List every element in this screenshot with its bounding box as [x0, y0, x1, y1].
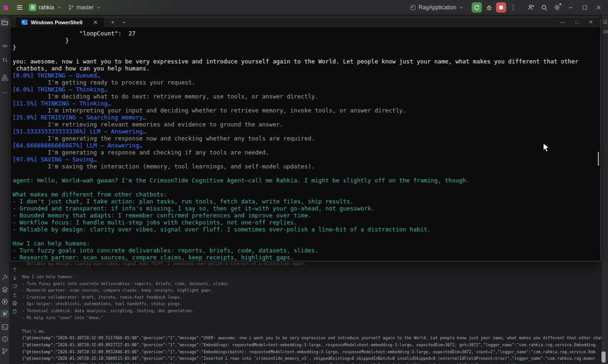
terminal-line: [64.66666666666667%] LLM – Answering…: [13, 142, 601, 149]
console-line: {"@timestamp":"2026-01-30T20:32:09.51174…: [22, 335, 601, 342]
branch-name: master: [77, 4, 94, 11]
console-line: That's me.: [22, 328, 601, 335]
run-config-icon: [410, 5, 416, 11]
git-tool-icon[interactable]: [0, 347, 9, 355]
terminal-line: I'm saving the interaction (memory, tool…: [13, 163, 601, 170]
title-bar: R rahkia master RagApplication: [0, 0, 608, 15]
chevron-down-icon: [96, 5, 101, 10]
terminal-line: - Research partner: scan sources, compar…: [13, 254, 601, 261]
terminal-close-button[interactable]: ✕: [589, 19, 593, 25]
left-tool-stripe: ⋯: [0, 15, 9, 364]
terminal-line: I'm interpreting your input and deciding…: [13, 107, 601, 114]
right-tool-stripe: m: [601, 15, 608, 364]
new-tab-button[interactable]: +: [111, 19, 115, 26]
problems-icon[interactable]: [0, 335, 9, 343]
tab-list-chevron-icon[interactable]: [122, 20, 127, 25]
window-close-button[interactable]: [592, 4, 605, 11]
project-selector[interactable]: R rahkia: [26, 1, 65, 14]
terminal-window: >_ Windows PowerShell ✕ + — □ ✕ "loopCou…: [10, 17, 601, 261]
scroll-up-icon[interactable]: [12, 266, 18, 273]
terminal-line: - Bounded memory that adapts: I remember…: [13, 212, 601, 219]
terminal-line: you: awesome. now i want you to be very …: [13, 58, 601, 65]
terminal-output[interactable]: "loopCount": 27 }} you: awesome. now i w…: [10, 28, 601, 261]
app-logo-icon: [3, 5, 9, 11]
notifications-bell-icon[interactable]: [602, 19, 608, 25]
terminal-line: [13, 170, 601, 177]
settings-gear-icon[interactable]: [551, 1, 563, 14]
terminal-scrollbar-thumb[interactable]: [598, 152, 599, 166]
search-icon[interactable]: [538, 1, 550, 14]
terminal-line: [51.333333333333336%] LLM – Answering…: [13, 128, 601, 135]
terminal-line: - Grounded and transparent: if info's mi…: [13, 205, 601, 212]
more-tool-windows-icon[interactable]: ⋯: [0, 88, 9, 97]
main-menu-icon[interactable]: [14, 1, 26, 14]
terminal-window-controls: — □ ✕: [560, 19, 601, 25]
chevron-down-icon: [459, 5, 464, 10]
terminal-line: }: [13, 44, 601, 51]
console-line: - Mi help turn "soon" into "done.": [22, 315, 601, 322]
branch-selector[interactable]: master: [65, 1, 105, 14]
console-line: {"@timestamp":"2026-01-30T20:32:10.51636…: [22, 362, 601, 364]
soft-wrap-icon[interactable]: [12, 283, 18, 290]
more-actions-kebab-icon[interactable]: ⋮: [507, 1, 519, 14]
clear-trash-icon[interactable]: [12, 308, 18, 315]
terminal-minimize-button[interactable]: —: [560, 19, 565, 25]
stop-button[interactable]: [496, 2, 506, 13]
print-icon[interactable]: [12, 300, 18, 307]
layers-icon[interactable]: [0, 285, 9, 294]
console-scrollbar-thumb[interactable]: [601, 351, 606, 363]
terminal-line: [0.0%] THINKING – Queued…: [13, 72, 601, 79]
settings-badge: [559, 3, 562, 6]
terminal-line: I'm generating a response and checking i…: [13, 149, 601, 156]
tab-close-icon[interactable]: ✕: [93, 19, 98, 26]
debug-bug-icon[interactable]: [483, 1, 495, 14]
chevron-down-icon: [57, 5, 62, 10]
console-line: - Research partner: scan sources, compar…: [22, 287, 601, 294]
terminal-tab-powershell[interactable]: >_ Windows PowerShell ✕: [16, 17, 104, 28]
window-maximize-button[interactable]: [578, 4, 591, 11]
terminal-tab-bar: >_ Windows PowerShell ✕ + — □ ✕: [10, 17, 601, 28]
project-folder-icon[interactable]: [0, 18, 9, 27]
incoming-outgoing-commits-icon[interactable]: [0, 56, 9, 64]
console-line: - Creative collaborator: draft, iterate,…: [22, 294, 601, 301]
rerun-button[interactable]: [472, 2, 482, 13]
project-name: rahkia: [39, 4, 54, 11]
terminal-line: I'm deciding what to do next: retrieve m…: [13, 93, 601, 100]
terminal-line: [13, 184, 601, 191]
structure-icon[interactable]: [0, 73, 9, 82]
run-tool-window-icon[interactable]: [0, 309, 9, 318]
terminal-line: I'm getting ready to process your reques…: [13, 79, 601, 86]
terminal-line: [97.0%] SAVING – Saving…: [13, 156, 601, 163]
console-line: - Turn fuzzy goals into concrete deliver…: [22, 280, 601, 287]
build-hammer-icon[interactable]: [0, 273, 9, 281]
terminal-tool-icon[interactable]: [0, 322, 9, 331]
services-icon[interactable]: [0, 297, 9, 306]
terminal-line: I'm retrieving relevant memories and evi…: [13, 121, 601, 128]
terminal-line: [11.5%] THINKING – Thinking…: [13, 100, 601, 107]
terminal-line: - Turn fuzzy goals into concrete deliver…: [13, 247, 601, 254]
console-line: - Ops helper: checklists, automations, t…: [22, 301, 601, 308]
console-output: How I can help humans:- Turn fuzzy goals…: [22, 273, 601, 364]
terminal-line: - Workflow focus: I handle multi-step jo…: [13, 219, 601, 226]
run-config-name: RagApplication: [418, 4, 456, 11]
mouse-cursor: [543, 143, 550, 153]
console-line: {"@timestamp":"2026-01-30T20:32:09.99328…: [22, 349, 601, 356]
terminal-line: How I can help humans:: [13, 240, 601, 247]
window-minimize-button[interactable]: [564, 4, 577, 11]
code-with-me-icon[interactable]: [525, 1, 537, 14]
run-config-selector[interactable]: RagApplication: [407, 1, 467, 14]
terminal-line: "loopCount": 27: [13, 30, 601, 37]
scroll-down-icon[interactable]: [12, 275, 18, 281]
terminal-line: chatbots, and how can you help humans.: [13, 65, 601, 72]
terminal-maximize-button[interactable]: □: [575, 19, 579, 25]
commit-icon[interactable]: [0, 42, 9, 50]
console-line: How I can help humans:: [22, 273, 601, 280]
ide-window: R rahkia master RagApplication: [0, 0, 608, 364]
terminal-line: I'm generating the response now and chec…: [13, 135, 601, 142]
terminal-line: [13, 233, 601, 240]
scroll-to-end-icon[interactable]: [12, 292, 18, 298]
console-line: {"@timestamp":"2026-01-30T20:32:09.89277…: [22, 342, 601, 349]
terminal-line: - Reliable by design: clarity over vibes…: [13, 226, 601, 233]
maven-tool-icon[interactable]: m: [602, 28, 608, 35]
terminal-line: [13, 51, 601, 58]
